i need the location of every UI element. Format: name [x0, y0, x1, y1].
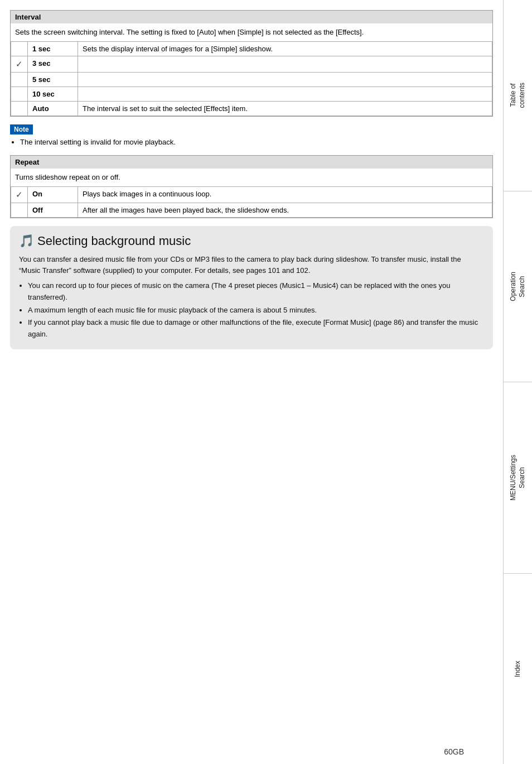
sidebar-operation-search[interactable]: OperationSearch [504, 191, 532, 383]
music-icon: 🎵 [19, 234, 34, 248]
interval-option-label: 1 sec [28, 41, 78, 56]
sidebar: Table ofcontents OperationSearch MENU/Se… [503, 0, 532, 764]
interval-checkmark [11, 41, 28, 56]
interval-checkmark: ✓ [11, 56, 28, 72]
interval-row: 10 sec [11, 87, 492, 101]
interval-option-label: Auto [28, 101, 78, 116]
repeat-section: Repeat Turns slideshow repeat on or off.… [10, 155, 493, 218]
bg-music-section: 🎵 Selecting background music You can tra… [10, 226, 493, 350]
note-section: Note The interval setting is invalid for… [10, 124, 493, 148]
interval-option-desc: The interval is set to suit the selected… [78, 101, 492, 116]
interval-checkmark [11, 101, 28, 116]
interval-table: 1 sec Sets the display interval of image… [11, 41, 492, 116]
interval-checkmark [11, 87, 28, 101]
bg-music-bullet: A maximum length of each music file for … [28, 305, 484, 316]
sidebar-menu-search-label: MENU/SettingsSearch [509, 455, 526, 501]
sidebar-index-label: Index [514, 661, 523, 677]
bg-music-bullets: You can record up to four pieces of musi… [28, 280, 484, 340]
bg-music-body: You can transfer a desired music file fr… [19, 254, 484, 341]
repeat-header: Repeat [11, 156, 492, 169]
interval-option-desc [78, 56, 492, 72]
note-label: Note [10, 124, 33, 134]
repeat-option-desc: Plays back images in a continuous loop. [78, 186, 492, 203]
sidebar-operation-search-label: OperationSearch [509, 272, 526, 301]
note-content: The interval setting is invalid for movi… [10, 137, 493, 148]
bg-music-intro: You can transfer a desired music file fr… [19, 254, 484, 277]
interval-option-desc [78, 87, 492, 101]
interval-row: 5 sec [11, 72, 492, 87]
page-number: 60GB [444, 747, 464, 756]
sidebar-menu-search[interactable]: MENU/SettingsSearch [504, 382, 532, 574]
interval-option-desc: Sets the display interval of images for … [78, 41, 492, 56]
repeat-option-label: Off [28, 203, 78, 217]
interval-option-desc [78, 72, 492, 87]
bg-music-bullet: You can record up to four pieces of musi… [28, 280, 484, 304]
main-content: Interval Sets the screen switching inter… [0, 0, 503, 764]
repeat-description: Turns slideshow repeat on or off. [11, 169, 492, 186]
sidebar-toc-label: Table ofcontents [509, 83, 526, 108]
repeat-table: ✓ On Plays back images in a continuous l… [11, 186, 492, 218]
repeat-checkmark [11, 203, 28, 217]
repeat-option-desc: After all the images have been played ba… [78, 203, 492, 217]
sidebar-toc[interactable]: Table ofcontents [504, 0, 532, 191]
interval-section: Interval Sets the screen switching inter… [10, 10, 493, 117]
interval-row: Auto The interval is set to suit the sel… [11, 101, 492, 116]
bg-music-title: 🎵 Selecting background music [19, 234, 484, 248]
interval-option-label: 3 sec [28, 56, 78, 72]
interval-row: ✓ 3 sec [11, 56, 492, 72]
repeat-checkmark: ✓ [11, 186, 28, 203]
sidebar-index[interactable]: Index [504, 574, 532, 765]
interval-option-label: 5 sec [28, 72, 78, 87]
bg-music-title-text: Selecting background music [37, 234, 191, 248]
repeat-row: ✓ On Plays back images in a continuous l… [11, 186, 492, 203]
interval-description: Sets the screen switching interval. The … [11, 23, 492, 41]
bg-music-bullet: If you cannot play back a music file due… [28, 317, 484, 340]
repeat-option-label: On [28, 186, 78, 203]
interval-row: 1 sec Sets the display interval of image… [11, 41, 492, 56]
note-item: The interval setting is invalid for movi… [20, 137, 493, 148]
interval-header: Interval [11, 11, 492, 23]
repeat-row: Off After all the images have been playe… [11, 203, 492, 217]
interval-option-label: 10 sec [28, 87, 78, 101]
interval-checkmark [11, 72, 28, 87]
